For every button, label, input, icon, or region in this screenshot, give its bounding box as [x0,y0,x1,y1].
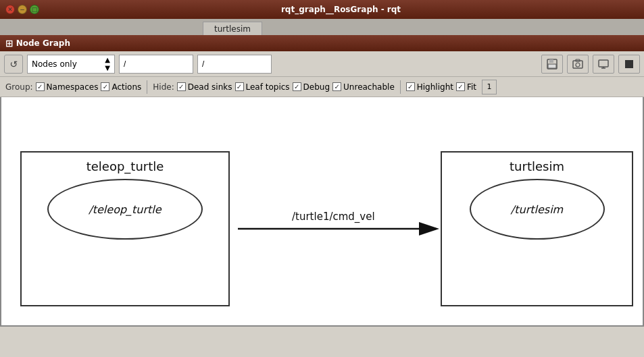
separator-2 [400,80,401,94]
leaf-topics-checkbox[interactable] [235,82,244,91]
ellipse-teleop-label: /teleop_turtle [89,203,161,216]
save-icon [546,58,558,70]
debug-checkbox[interactable] [293,82,301,91]
ellipse-turtlesim[interactable]: /turtlesim [470,179,605,240]
screenshot-button[interactable] [567,55,589,74]
debug-label: Debug [303,82,330,92]
actions-filter[interactable]: Actions [101,82,141,92]
tab-bar: turtlesim [0,19,644,35]
window-controls[interactable]: ✕ − □ [5,5,39,14]
fit-number-button[interactable]: 1 [482,80,497,94]
node-filter-dropdown[interactable]: Nodes only ▲▼ [27,55,115,74]
graph-area[interactable]: /turtle1/cmd_vel teleop_turtle /teleop_t… [0,97,644,327]
close-button[interactable]: ✕ [5,5,15,14]
fit-label: Fit [467,82,476,92]
actions-checkbox[interactable] [101,82,109,91]
unreachable-label: Unreachable [343,82,395,92]
node-turtlesim[interactable]: turtlesim /turtlesim [441,151,633,306]
ellipse-teleop[interactable]: /teleop_turtle [47,179,203,240]
node-teleop-turtle[interactable]: teleop_turtle /teleop_turtle [20,151,230,306]
highlight-label: Highlight [417,82,453,92]
actions-label: Actions [112,82,141,92]
camera-icon [572,58,584,70]
svg-rect-2 [548,64,556,68]
stop-icon [623,58,635,70]
refresh-icon: ↺ [9,59,18,70]
highlight-filter[interactable]: Highlight [406,82,453,92]
dead-sinks-filter[interactable]: Dead sinks [177,82,232,92]
svg-point-4 [576,63,580,67]
namespace-filter-input[interactable] [119,55,193,74]
svg-rect-9 [625,60,633,68]
refresh-button[interactable]: ↺ [4,55,23,74]
node-turtlesim-label: turtlesim [510,159,564,173]
fit-checkbox[interactable] [456,82,465,91]
screen-icon [597,58,610,70]
leaf-topics-label: Leaf topics [246,82,290,92]
fullscreen-button[interactable] [593,55,614,74]
dropdown-arrow-icon: ▲▼ [105,56,110,72]
tab-turtlesim[interactable]: turtlesim [203,22,262,35]
group-label: Group: [5,82,33,92]
unreachable-checkbox[interactable] [332,82,341,91]
dead-sinks-checkbox[interactable] [177,82,186,91]
stop-button[interactable] [618,55,640,74]
debug-filter[interactable]: Debug [293,82,330,92]
minimize-button[interactable]: − [18,5,27,14]
topic-filter-input[interactable] [197,55,272,74]
panel-header: ⊞ Node Graph [0,35,644,51]
dropdown-value: Nodes only [32,59,77,69]
separator-1 [147,80,147,94]
filter-row: Group: Namespaces Actions Hide: Dead sin… [0,77,644,97]
svg-rect-1 [549,59,553,63]
node-teleop-label: teleop_turtle [86,159,164,173]
hide-label: Hide: [153,82,174,92]
namespaces-label: Namespaces [47,82,99,92]
title-bar: ✕ − □ rqt_graph__RosGraph - rqt [0,0,644,19]
save-button[interactable] [541,55,563,74]
toolbar: ↺ Nodes only ▲▼ [0,51,644,77]
fit-filter[interactable]: Fit [456,82,476,92]
ellipse-turtlesim-label: /turtlesim [511,203,563,216]
maximize-button[interactable]: □ [30,5,39,14]
unreachable-filter[interactable]: Unreachable [332,82,395,92]
dead-sinks-label: Dead sinks [188,82,232,92]
leaf-topics-filter[interactable]: Leaf topics [235,82,290,92]
svg-rect-6 [599,60,608,67]
namespaces-filter[interactable]: Namespaces [36,82,99,92]
highlight-checkbox[interactable] [406,82,415,91]
window-title: rqt_graph__RosGraph - rqt [43,5,639,14]
svg-text:/turtle1/cmd_vel: /turtle1/cmd_vel [292,211,375,223]
panel-icon: ⊞ [5,38,14,49]
panel-title: Node Graph [16,38,70,48]
namespaces-checkbox[interactable] [36,82,45,91]
